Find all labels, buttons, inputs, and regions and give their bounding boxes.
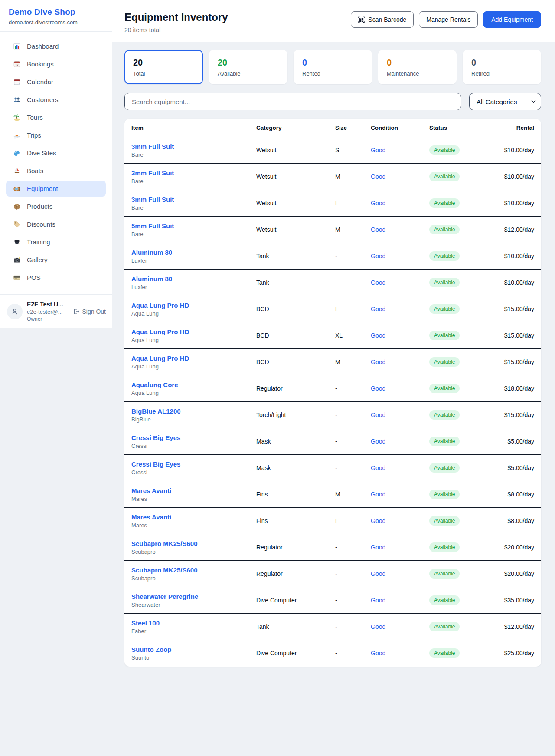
sidebar-item-pos[interactable]: POS — [6, 270, 106, 286]
table-row[interactable]: Aluminum 80 Luxfer Tank - Good Available… — [124, 270, 541, 296]
condition-link[interactable]: Good — [371, 279, 385, 286]
item-name-link[interactable]: Shearwater Peregrine — [131, 593, 249, 600]
condition-link[interactable]: Good — [371, 411, 385, 418]
table-row[interactable]: Aqualung Core Aqua Lung Regulator - Good… — [124, 375, 541, 402]
condition-link[interactable]: Good — [371, 385, 385, 392]
sidebar-item-discounts[interactable]: Discounts — [6, 216, 106, 232]
condition-link[interactable]: Good — [371, 226, 385, 233]
condition-link[interactable]: Good — [371, 650, 385, 657]
table-row[interactable]: BigBlue AL1200 BigBlue Torch/Light - Goo… — [124, 402, 541, 428]
condition-link[interactable]: Good — [371, 173, 385, 180]
category-select-wrap: All Categories — [469, 93, 541, 110]
table-row[interactable]: Scubapro MK25/S600 Scubapro Regulator - … — [124, 534, 541, 561]
table-row[interactable]: 3mm Full Suit Bare Wetsuit S Good Availa… — [124, 137, 541, 164]
table-row[interactable]: Aqua Lung Pro HD Aqua Lung BCD L Good Av… — [124, 296, 541, 322]
table-row[interactable]: 3mm Full Suit Bare Wetsuit M Good Availa… — [124, 164, 541, 190]
sidebar-item-customers[interactable]: Customers — [6, 92, 106, 108]
table-row[interactable]: Suunto Zoop Suunto Dive Computer - Good … — [124, 640, 541, 667]
item-category: Dive Computer — [253, 587, 332, 614]
sidebar-item-products[interactable]: Products — [6, 198, 106, 214]
sidebar-item-trips[interactable]: Trips — [6, 127, 106, 143]
scan-barcode-button[interactable]: Scan Barcode — [351, 11, 414, 28]
table-row[interactable]: Mares Avanti Mares Fins M Good Available… — [124, 481, 541, 508]
sidebar-item-bookings[interactable]: 17 Bookings — [6, 56, 106, 72]
table-row[interactable]: Mares Avanti Mares Fins L Good Available… — [124, 508, 541, 534]
condition-link[interactable]: Good — [371, 253, 385, 260]
table-row[interactable]: Cressi Big Eyes Cressi Mask - Good Avail… — [124, 455, 541, 481]
sidebar-item-equipment[interactable]: Equipment — [6, 181, 106, 197]
sign-out-button[interactable]: Sign Out — [73, 308, 106, 315]
condition-link[interactable]: Good — [371, 570, 385, 577]
people-icon — [13, 95, 21, 104]
stat-card-maintenance[interactable]: 0 Maintenance — [378, 50, 457, 84]
manage-rentals-button[interactable]: Manage Rentals — [419, 11, 478, 28]
condition-link[interactable]: Good — [371, 438, 385, 445]
stat-card-available[interactable]: 20 Available — [209, 50, 287, 84]
sidebar: Demo Dive Shop demo.test.divestreams.com… — [0, 0, 112, 328]
item-name-link[interactable]: Aluminum 80 — [131, 275, 249, 283]
status-badge: Available — [429, 278, 460, 287]
table-row[interactable]: Cressi Big Eyes Cressi Mask - Good Avail… — [124, 428, 541, 455]
sidebar-item-calendar[interactable]: Calendar — [6, 74, 106, 90]
condition-link[interactable]: Good — [371, 200, 385, 207]
add-equipment-button[interactable]: Add Equipment — [483, 11, 541, 28]
condition-link[interactable]: Good — [371, 306, 385, 312]
sidebar-item-dive-sites[interactable]: Dive Sites — [6, 145, 106, 161]
condition-link[interactable]: Good — [371, 544, 385, 551]
item-size: L — [332, 190, 367, 217]
item-name-link[interactable]: 3mm Full Suit — [131, 169, 249, 177]
condition-link[interactable]: Good — [371, 332, 385, 339]
item-name-link[interactable]: 3mm Full Suit — [131, 143, 249, 150]
rental-price: $35.00/day — [491, 587, 541, 614]
stat-card-total[interactable]: 20 Total — [124, 50, 203, 84]
sidebar-item-gallery[interactable]: Gallery — [6, 252, 106, 268]
item-name-link[interactable]: Cressi Big Eyes — [131, 460, 249, 468]
item-size: - — [332, 534, 367, 561]
table-row[interactable]: Aluminum 80 Luxfer Tank - Good Available… — [124, 243, 541, 270]
category-select[interactable]: All Categories — [469, 93, 541, 110]
page-header-text: Equipment Inventory 20 items total — [124, 11, 228, 33]
item-name-link[interactable]: Scubapro MK25/S600 — [131, 566, 249, 574]
search-input[interactable] — [124, 93, 461, 110]
table-row[interactable]: Scubapro MK25/S600 Scubapro Regulator - … — [124, 561, 541, 587]
item-name-link[interactable]: Mares Avanti — [131, 487, 249, 494]
item-name-link[interactable]: Mares Avanti — [131, 513, 249, 521]
sidebar-item-boats[interactable]: Boats — [6, 163, 106, 179]
stat-card-retired[interactable]: 0 Retired — [463, 50, 541, 84]
table-row[interactable]: Shearwater Peregrine Shearwater Dive Com… — [124, 587, 541, 614]
table-row[interactable]: Steel 100 Faber Tank - Good Available $1… — [124, 614, 541, 640]
condition-link[interactable]: Good — [371, 491, 385, 498]
sidebar-item-tours[interactable]: Tours — [6, 109, 106, 125]
item-category: Tank — [253, 243, 332, 270]
table-row[interactable]: Aqua Lung Pro HD Aqua Lung BCD XL Good A… — [124, 322, 541, 349]
item-name-link[interactable]: 3mm Full Suit — [131, 196, 249, 203]
item-category: BCD — [253, 296, 332, 322]
wave-icon — [13, 149, 21, 157]
condition-link[interactable]: Good — [371, 597, 385, 604]
item-name-link[interactable]: Cressi Big Eyes — [131, 434, 249, 441]
condition-link[interactable]: Good — [371, 358, 385, 365]
item-name-link[interactable]: BigBlue AL1200 — [131, 408, 249, 415]
item-name-link[interactable]: Aqualung Core — [131, 381, 249, 388]
item-name-link[interactable]: 5mm Full Suit — [131, 222, 249, 230]
condition-link[interactable]: Good — [371, 464, 385, 471]
sidebar-item-training[interactable]: Training — [6, 234, 106, 250]
item-name-link[interactable]: Scubapro MK25/S600 — [131, 540, 249, 547]
table-row[interactable]: 3mm Full Suit Bare Wetsuit L Good Availa… — [124, 190, 541, 217]
rental-price: $15.00/day — [491, 322, 541, 349]
condition-link[interactable]: Good — [371, 517, 385, 524]
item-name-link[interactable]: Aqua Lung Pro HD — [131, 328, 249, 335]
item-name-link[interactable]: Suunto Zoop — [131, 646, 249, 653]
item-name-link[interactable]: Steel 100 — [131, 619, 249, 627]
sidebar-item-dashboard[interactable]: Dashboard — [6, 38, 106, 54]
rental-price: $20.00/day — [491, 561, 541, 587]
stat-card-rented[interactable]: 0 Rented — [294, 50, 372, 84]
condition-link[interactable]: Good — [371, 623, 385, 630]
item-name-link[interactable]: Aqua Lung Pro HD — [131, 355, 249, 362]
condition-link[interactable]: Good — [371, 147, 385, 154]
item-name-link[interactable]: Aqua Lung Pro HD — [131, 302, 249, 309]
item-name-link[interactable]: Aluminum 80 — [131, 249, 249, 256]
table-row[interactable]: 5mm Full Suit Bare Wetsuit M Good Availa… — [124, 217, 541, 243]
item-category: Torch/Light — [253, 402, 332, 428]
table-row[interactable]: Aqua Lung Pro HD Aqua Lung BCD M Good Av… — [124, 349, 541, 375]
